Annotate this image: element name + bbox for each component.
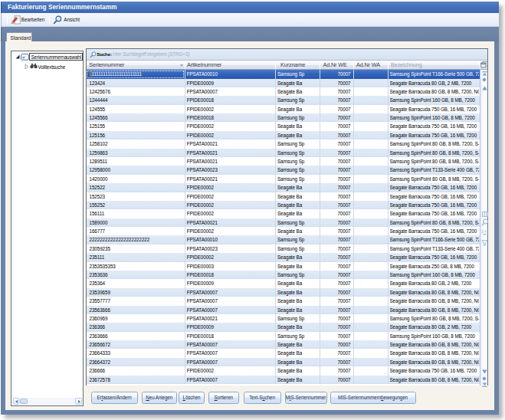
- svg-text:4: 4: [484, 230, 487, 234]
- svg-text:3: 3: [481, 230, 484, 234]
